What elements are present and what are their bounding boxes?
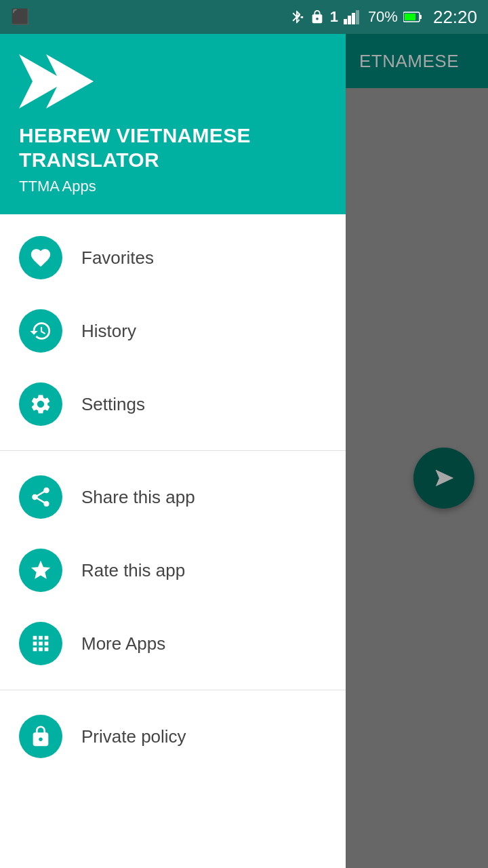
clock-icon bbox=[29, 319, 52, 342]
settings-icon-circle bbox=[19, 382, 62, 426]
history-label: History bbox=[81, 321, 136, 342]
drawer-nav: Favorites History bbox=[0, 214, 346, 868]
favorites-icon-circle bbox=[19, 236, 62, 279]
drawer-header: HEBREW VIETNAMESE TRANSLATOR TTMA Apps bbox=[0, 34, 346, 214]
app-title: HEBREW VIETNAMESE TRANSLATOR bbox=[19, 123, 327, 172]
nav-item-settings[interactable]: Settings bbox=[0, 368, 346, 441]
share-icon bbox=[29, 486, 52, 509]
nav-item-rate[interactable]: Rate this app bbox=[0, 534, 346, 607]
share-icon-circle bbox=[19, 475, 62, 519]
battery-icon bbox=[403, 10, 422, 24]
sim-badge: 1 bbox=[330, 8, 338, 26]
bluetooth-muted-icon bbox=[289, 9, 304, 24]
share-label: Share this app bbox=[81, 487, 195, 508]
drawer-logo bbox=[19, 54, 327, 111]
nav-section-legal: Private policy bbox=[0, 693, 346, 780]
svg-rect-5 bbox=[420, 15, 422, 19]
lock-icon bbox=[29, 725, 52, 748]
rate-label: Rate this app bbox=[81, 560, 185, 581]
nav-item-favorites[interactable]: Favorites bbox=[0, 221, 346, 294]
star-icon bbox=[29, 559, 52, 582]
more-apps-label: More Apps bbox=[81, 633, 165, 654]
svg-rect-2 bbox=[352, 13, 355, 24]
app-subtitle: TTMA Apps bbox=[19, 178, 327, 195]
settings-label: Settings bbox=[81, 394, 145, 415]
heart-icon bbox=[29, 246, 52, 269]
notification-muted-icon bbox=[310, 9, 325, 24]
privacy-label: Private policy bbox=[81, 726, 186, 747]
drawer-overlay bbox=[346, 34, 488, 868]
svg-rect-6 bbox=[405, 14, 415, 20]
nav-item-privacy[interactable]: Private policy bbox=[0, 700, 346, 773]
navigation-drawer: HEBREW VIETNAMESE TRANSLATOR TTMA Apps F… bbox=[0, 34, 346, 868]
main-container: HEBREW VIETNAMESE TRANSLATOR TTMA Apps F… bbox=[0, 34, 488, 868]
signal-icon bbox=[344, 9, 363, 24]
battery-percent: 70% bbox=[368, 8, 398, 26]
gear-icon bbox=[29, 393, 52, 416]
rate-icon-circle bbox=[19, 549, 62, 592]
nav-item-share[interactable]: Share this app bbox=[0, 460, 346, 534]
history-icon-circle bbox=[19, 309, 62, 353]
divider-1 bbox=[0, 450, 346, 451]
svg-rect-1 bbox=[348, 16, 351, 24]
app-background: ETNAMESE bbox=[346, 34, 488, 868]
nav-item-more-apps[interactable]: More Apps bbox=[0, 607, 346, 680]
status-bar: ⬛ 1 70% 22:20 bbox=[0, 0, 488, 34]
nav-section-social: Share this app Rate this app bbox=[0, 454, 346, 687]
screen-icon: ⬛ bbox=[11, 8, 29, 26]
privacy-icon-circle bbox=[19, 715, 62, 758]
app-logo-icon bbox=[19, 54, 94, 108]
svg-rect-3 bbox=[356, 10, 359, 24]
status-time: 22:20 bbox=[433, 7, 477, 28]
favorites-label: Favorites bbox=[81, 248, 154, 269]
nav-item-history[interactable]: History bbox=[0, 294, 346, 368]
more-apps-icon-circle bbox=[19, 622, 62, 665]
divider-2 bbox=[0, 690, 346, 690]
svg-rect-0 bbox=[344, 19, 347, 24]
nav-section-main: Favorites History bbox=[0, 214, 346, 448]
status-bar-left: ⬛ bbox=[11, 8, 29, 26]
grid-icon bbox=[29, 632, 52, 655]
status-bar-right: 1 70% 22:20 bbox=[289, 7, 477, 28]
